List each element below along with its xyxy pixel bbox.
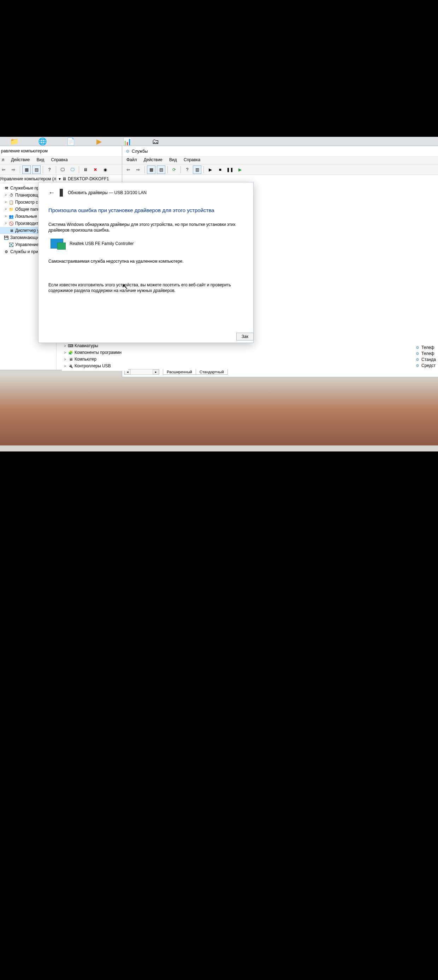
device-name: Realtek USB FE Family Controller [70,241,133,246]
service-label: Телеф [421,351,434,357]
expand-icon[interactable]: > [63,363,67,369]
tree-item-label: Управление [15,242,39,248]
tree-item-icon: 💾 [4,235,9,240]
toolbar-refresh-icon[interactable]: ⟳ [170,165,178,174]
photo-desk-surface [0,375,438,445]
tree-item-label: Общие папк [15,206,39,213]
menu-view[interactable]: Вид [167,158,180,162]
device-tree-item[interactable]: >🔌Контроллеры USB [63,363,127,369]
tree-item-icon: 🚫 [9,221,14,226]
tree-item-label: Запоминающие [10,234,41,241]
service-item[interactable]: ⚙Телеф [415,351,436,357]
toolbar-props-icon[interactable]: ▤ [32,165,41,174]
tree-item-label: Производит [15,220,38,227]
close-button[interactable]: Зак [236,332,254,340]
toolbar-help-icon[interactable]: ? [183,165,192,174]
stop-icon[interactable]: ■ [216,165,224,174]
toolbar-list-icon[interactable]: ▤ [157,165,165,174]
toolbar-scan-icon[interactable]: 🖥 [81,165,90,174]
expand-icon[interactable]: > [4,206,8,213]
menu-help[interactable]: Справка [181,158,203,162]
update-driver-dialog: ← Обновить драйверы — USB 10/100 LAN Про… [38,182,254,343]
expand-icon[interactable]: > [63,343,67,349]
device-tree-item[interactable]: >⌨Клавиатуры [63,342,127,349]
toolbar-help-icon[interactable]: ? [45,165,54,174]
service-label: Станда [421,357,436,363]
expand-icon[interactable]: > [4,213,8,220]
toolbar-view-icon[interactable]: ▦ [147,165,156,174]
tab-standard[interactable]: Стандартный [196,369,228,375]
menu-help[interactable]: Справка [48,158,71,162]
restart-icon[interactable]: ▶ [236,165,244,174]
expand-icon[interactable]: > [63,356,67,363]
gear-icon: ⚙ [415,363,420,368]
tree-item-icon: 👥 [9,214,14,219]
menu-file[interactable]: л [0,158,7,162]
scroll-right-icon[interactable]: ▸ [152,369,159,374]
tree-item-icon: 🛠 [4,186,9,191]
tree-item-label: Просмотр сс [15,199,40,205]
toolbar: ⇦ ⇨ ▦ ▤ ⟳ ? ▥ ▶ ■ ❚❚ ▶ [122,164,438,175]
service-label: Телеф [421,345,434,351]
tree-item-icon: 💽 [9,242,14,247]
tab-extended[interactable]: Расширенный [163,369,196,375]
play-icon[interactable]: ▶ [206,165,214,174]
menubar: Файл Действие Вид Справка [122,157,438,164]
computer-icon: 🖥 [62,177,67,181]
tree-item-label: Планировщ [15,192,38,198]
expand-icon[interactable]: > [63,350,67,356]
nav-fwd-icon[interactable]: ⇨ [9,165,17,174]
tree-item-label: Локальные п [15,213,41,220]
nav-fwd-icon[interactable]: ⇨ [134,165,142,174]
device-row: Realtek USB FE Family Controller [48,239,243,248]
device-tree-root[interactable]: DESKTOP-DKKOFF1 [68,177,109,181]
toolbar-monitor-icon[interactable]: 🖵 [58,165,67,174]
back-arrow-icon[interactable]: ← [48,189,55,197]
service-label: Средст [421,363,435,369]
view-tabs: Расширенный Стандартный [163,369,227,375]
window-title: равление компьютером [0,146,122,157]
menu-file[interactable]: Файл [124,158,140,162]
device-icon: 🧩 [68,350,73,355]
tree-item-icon: ⏱ [9,192,14,197]
expand-icon[interactable]: > [4,199,8,205]
toolbar-delete-icon[interactable]: ✖ [91,165,100,174]
menu-action[interactable]: Действие [141,158,165,162]
tree-item-icon: 📁 [9,207,14,212]
window-title: ⚙ Службы [122,146,438,157]
menu-action[interactable]: Действие [8,158,32,162]
device-tree-fragment: >⌨Клавиатуры>🧩Компоненты программн>🖥Комп… [62,341,128,371]
device-label: Компьютер [75,356,97,363]
monitor-icon [51,239,63,248]
tree-item-icon: 📋 [9,200,14,205]
gear-icon: ⚙ [415,358,420,363]
expand-icon[interactable]: > [4,220,8,227]
nav-back-icon[interactable]: ⇦ [0,165,8,174]
toolbar-props-icon[interactable]: ▥ [193,165,202,174]
menubar: л Действие Вид Справка [0,157,122,164]
service-item[interactable]: ⚙Телеф [415,345,436,351]
nav-back-icon[interactable]: ⇦ [124,165,132,174]
device-icon: ⌨ [68,344,73,348]
horizontal-scrollbar[interactable]: ◂ ▸ [124,369,159,375]
dialog-breadcrumb: Обновить драйверы — USB 10/100 LAN [68,190,147,195]
error-status-text: Самонастраиваемая служба недоступна на у… [48,258,243,264]
toolbar-enable-icon[interactable]: ◉ [101,165,110,174]
device-tree-item[interactable]: >🖥Компьютер [63,356,127,363]
dialog-heading: Произошла ошибка при установке драйверов… [48,207,243,213]
device-icon: 🖥 [68,357,73,362]
device-label: Компоненты программн [75,350,122,356]
desktop-icon-strip: 📁🌐📄▶📊🗂 [0,137,438,146]
services-title-text: Службы [132,149,148,154]
service-item[interactable]: ⚙Средст [415,363,436,369]
expand-icon[interactable]: ▾ [59,177,61,181]
toolbar-screen-icon[interactable]: 🖵 [68,165,77,174]
expand-icon[interactable]: > [4,192,8,198]
toolbar-view-icon[interactable]: ▦ [22,165,31,174]
device-label: Контроллеры USB [75,363,111,369]
menu-view[interactable]: Вид [33,158,47,162]
pause-icon[interactable]: ❚❚ [226,165,234,174]
service-item[interactable]: ⚙Станда [415,357,436,363]
gear-icon: ⚙ [126,149,130,154]
device-tree-item[interactable]: >🧩Компоненты программн [63,349,127,356]
